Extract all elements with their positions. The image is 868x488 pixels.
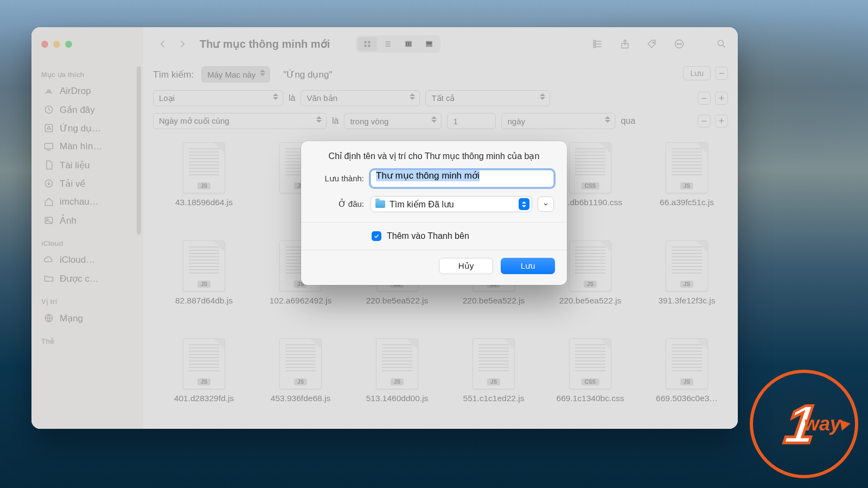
file-name-label: 66.a39fc51c.js [660,198,714,207]
svg-rect-3 [368,45,371,47]
file-item[interactable]: JS401.d28329fd.js [158,338,250,423]
where-location-select[interactable]: Tìm kiếm Đã lưu [371,196,532,212]
sidebar-item-desktop[interactable]: Màn hìn… [41,137,138,156]
tags-button[interactable] [644,36,660,52]
criteria-match-select[interactable]: Văn bản [301,90,420,106]
forward-button[interactable] [175,36,190,52]
scope-this-mac[interactable]: Máy Mac này [201,66,270,83]
share-button[interactable] [617,36,633,52]
name-input[interactable]: Thư mục thông minh mới [371,170,554,187]
svg-rect-9 [410,41,412,46]
name-row: Lưu thành: Thư mục thông minh mới [314,170,554,187]
scope-current-folder[interactable]: "Ứng dụng" [278,67,337,83]
criteria-attr-select[interactable]: Ngày mở cuối cùng [153,113,327,129]
file-item[interactable]: CSS669.1c1340bc.css [545,338,636,423]
file-item[interactable]: JS669.5036c0e3… [641,338,732,423]
toolbar-right-group [590,36,729,52]
file-item[interactable]: JS391.3fe12f3c.js [641,240,732,326]
action-menu-button[interactable] [672,36,687,52]
titlebar-traffic-area [31,27,143,61]
criteria-remove-button[interactable]: − [698,115,711,128]
file-thumbnail: JS [666,338,708,389]
sheet-button-row: Hủy Lưu [301,250,567,285]
sheet-title: Chỉ định tên và vị trí cho Thư mục thông… [314,151,554,161]
sidebar-item-airdrop[interactable]: AirDrop [41,82,138,100]
zoom-window-button[interactable] [65,41,72,48]
add-to-sidebar-checkbox[interactable] [372,231,381,241]
file-name-label: 453.936fde68.js [271,394,330,403]
file-name-label: 551.c1c1ed22.js [463,394,525,403]
file-item[interactable]: JS453.936fde68.js [255,338,346,423]
file-type-badge: CSS [582,378,599,385]
select-stepper-icon [519,198,529,210]
sidebar-section-icloud: iCloud [41,239,138,248]
expand-save-panel-button[interactable] [538,197,554,212]
sidebar-item-documents[interactable]: Tài liệu [41,156,138,174]
column-view-button[interactable] [399,37,418,51]
gallery-view-button[interactable] [419,37,439,51]
sidebar-item-shared[interactable]: Được c… [41,269,138,288]
file-name-label: 220.be5ea522.js [366,296,429,306]
file-type-badge: JS [680,378,693,385]
sidebar-item-label: Tải về [60,178,85,189]
sidebar-item-label: Tài liệu [60,160,90,171]
minimize-window-button[interactable] [53,41,60,48]
sidebar-item-downloads[interactable]: Tải về [41,174,138,193]
sidebar-item-label: iCloud… [60,255,95,265]
svg-rect-10 [426,41,432,45]
svg-rect-7 [406,41,407,46]
group-by-button[interactable] [590,36,605,52]
sidebar-item-recents[interactable]: Gần đây [41,100,138,119]
search-button[interactable] [714,36,729,52]
criteria-remove-button[interactable]: − [698,92,711,105]
back-button[interactable] [155,36,170,52]
sidebar-item-icloud-drive[interactable]: iCloud… [41,251,138,269]
save-button[interactable]: Lưu [501,258,555,274]
icon-view-button[interactable] [358,37,377,51]
svg-rect-8 [408,41,410,46]
svg-rect-11 [426,46,428,47]
watermark-text: way [804,413,841,435]
criteria-unit-select[interactable]: ngày [501,113,615,129]
file-thumbnail: JS [569,240,611,291]
file-thumbnail: CSS [569,338,611,389]
sidebar-item-label: AirDrop [60,86,91,97]
file-name-label: 82.887d64db.js [175,296,233,306]
criteria-cond-select[interactable]: Tất cả [425,90,550,106]
file-name-label: 220.be5ea522.js [463,296,525,306]
list-view-button[interactable] [378,37,398,51]
file-name-label: 513.1460dd00.js [366,394,429,403]
file-name-label: 102.a6962492.js [270,296,332,306]
svg-point-24 [679,43,680,45]
criteria-attr-select[interactable]: Loại [153,90,283,106]
svg-rect-15 [594,43,596,45]
sidebar-checkbox-row: Thêm vào Thanh bên [301,223,567,250]
file-item[interactable]: JS66.a39fc51c.js [641,142,732,227]
sidebar-item-label: imchau… [60,197,99,207]
name-label: Lưu thành: [314,174,364,183]
file-item[interactable]: JS82.887d64db.js [158,240,250,326]
cancel-button[interactable]: Hủy [439,258,493,274]
view-mode-segment [356,35,441,53]
sidebar-item-label: Được c… [60,273,99,284]
file-name-label: 669.5036c0e3… [656,394,718,403]
sidebar-item-network[interactable]: Mạng [41,309,138,327]
sidebar-item-home[interactable]: imchau… [41,193,138,211]
sidebar-scrollbar[interactable] [137,66,141,235]
criteria-add-button[interactable]: + [715,115,728,128]
file-item[interactable]: JS513.1460dd00.js [352,338,443,423]
sidebar-item-applications[interactable]: Ứng dụ… [41,119,138,137]
save-search-button[interactable]: Lưu [683,66,711,80]
file-item[interactable]: JS43.18596d64.js [158,142,250,227]
sidebar-section-locations: Vị trí [41,297,138,306]
sidebar-item-pictures[interactable]: Ảnh [41,211,138,230]
remove-search-button[interactable]: − [715,67,728,80]
file-item[interactable]: JS551.c1c1ed22.js [448,338,539,423]
criteria-value-field[interactable]: 1 [447,113,496,129]
svg-point-23 [677,43,678,45]
close-window-button[interactable] [41,41,48,48]
sidebar-section-tags: Thẻ [41,337,138,345]
criteria-add-button[interactable]: + [715,92,728,105]
criteria-match-select[interactable]: trong vòng [344,113,442,129]
sidebar-item-label: Gần đây [60,104,95,116]
